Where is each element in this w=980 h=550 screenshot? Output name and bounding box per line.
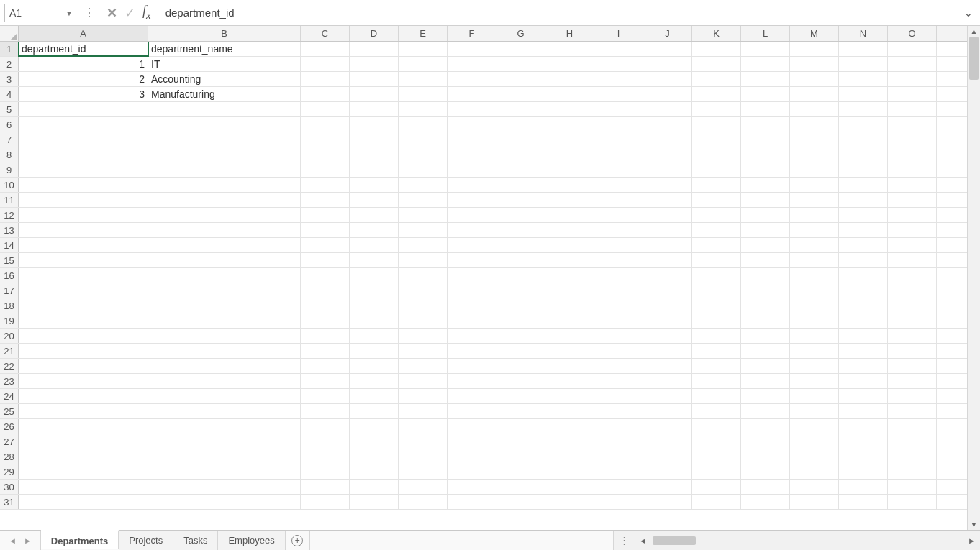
cell-O19[interactable] [888,313,937,328]
cell-D28[interactable] [350,449,399,464]
cell-L2[interactable] [741,57,790,71]
cell-I31[interactable] [594,495,643,509]
cell-G2[interactable] [496,57,545,71]
cell-A6[interactable] [19,117,148,132]
fx-icon[interactable]: fx [142,4,151,22]
cell-I15[interactable] [594,253,643,267]
cell-D2[interactable] [350,57,399,71]
cell-C7[interactable] [301,132,350,147]
cell-M22[interactable] [790,359,839,373]
cell-O28[interactable] [888,449,937,464]
cell-A10[interactable] [19,178,148,192]
cell-M27[interactable] [790,434,839,449]
cell-M5[interactable] [790,102,839,116]
cell-D1[interactable] [350,42,399,56]
row-header-22[interactable]: 22 [0,359,19,373]
cell-O17[interactable] [888,283,937,298]
row-header-29[interactable]: 29 [0,464,19,479]
cell-K7[interactable] [692,132,741,147]
cell-D29[interactable] [350,464,399,479]
hscroll-thumb[interactable] [653,536,696,545]
row-header-3[interactable]: 3 [0,72,19,86]
cell-N7[interactable] [839,132,888,147]
cell-B7[interactable] [148,132,301,147]
cell-K14[interactable] [692,238,741,252]
row-header-26[interactable]: 26 [0,419,19,434]
row-header-24[interactable]: 24 [0,389,19,403]
sheet-nav-next-icon[interactable]: ► [24,536,32,545]
cell-E24[interactable] [399,389,448,403]
expand-formula-bar-icon[interactable]: ⌄ [961,7,976,19]
cell-O26[interactable] [888,419,937,434]
cell-L23[interactable] [741,374,790,388]
cell-N23[interactable] [839,374,888,388]
cell-B9[interactable] [148,162,301,177]
scroll-right-icon[interactable]: ► [963,536,980,545]
cell-B27[interactable] [148,434,301,449]
cell-E27[interactable] [399,434,448,449]
cell-L27[interactable] [741,434,790,449]
cell-F7[interactable] [448,132,496,147]
cell-C9[interactable] [301,162,350,177]
cell-H26[interactable] [545,419,594,434]
cell-A24[interactable] [19,389,148,403]
horizontal-scrollbar[interactable]: ⋮ ◄ ► [613,531,980,550]
column-header-M[interactable]: M [790,26,839,41]
cell-A17[interactable] [19,283,148,298]
cell-F26[interactable] [448,419,496,434]
cell-K26[interactable] [692,419,741,434]
cell-H22[interactable] [545,359,594,373]
cell-H18[interactable] [545,298,594,313]
cell-K3[interactable] [692,72,741,86]
cell-F6[interactable] [448,117,496,132]
cell-K24[interactable] [692,389,741,403]
cell-G14[interactable] [496,238,545,252]
cell-L10[interactable] [741,178,790,192]
cell-H11[interactable] [545,193,594,207]
cell-D10[interactable] [350,178,399,192]
cell-A2[interactable]: 1 [19,57,148,71]
row-header-13[interactable]: 13 [0,223,19,237]
cell-E12[interactable] [399,208,448,222]
cell-L5[interactable] [741,102,790,116]
sheet-tab-tasks[interactable]: Tasks [173,531,218,550]
cell-M9[interactable] [790,162,839,177]
cell-I26[interactable] [594,419,643,434]
chevron-down-icon[interactable]: ▼ [65,9,73,17]
cell-J12[interactable] [643,208,692,222]
cell-F12[interactable] [448,208,496,222]
cell-C13[interactable] [301,223,350,237]
vertical-dots-icon[interactable]: ⋮ [614,535,635,546]
column-header-J[interactable]: J [643,26,692,41]
cell-C18[interactable] [301,298,350,313]
cell-J1[interactable] [643,42,692,56]
cell-L17[interactable] [741,283,790,298]
cell-D14[interactable] [350,238,399,252]
row-header-16[interactable]: 16 [0,268,19,283]
cell-F18[interactable] [448,298,496,313]
cell-C5[interactable] [301,102,350,116]
cell-O20[interactable] [888,329,937,343]
cell-H12[interactable] [545,208,594,222]
cell-D18[interactable] [350,298,399,313]
cell-M15[interactable] [790,253,839,267]
cell-M18[interactable] [790,298,839,313]
cell-K9[interactable] [692,162,741,177]
cell-F1[interactable] [448,42,496,56]
cell-K22[interactable] [692,359,741,373]
formula-input[interactable] [160,4,957,22]
cell-H16[interactable] [545,268,594,283]
cell-B22[interactable] [148,359,301,373]
cell-A16[interactable] [19,268,148,283]
cell-D9[interactable] [350,162,399,177]
cell-C21[interactable] [301,344,350,358]
cell-N1[interactable] [839,42,888,56]
cell-G22[interactable] [496,359,545,373]
cell-A7[interactable] [19,132,148,147]
cell-F23[interactable] [448,374,496,388]
cell-L30[interactable] [741,480,790,494]
cell-N19[interactable] [839,313,888,328]
cell-D22[interactable] [350,359,399,373]
cell-A9[interactable] [19,162,148,177]
cell-E23[interactable] [399,374,448,388]
